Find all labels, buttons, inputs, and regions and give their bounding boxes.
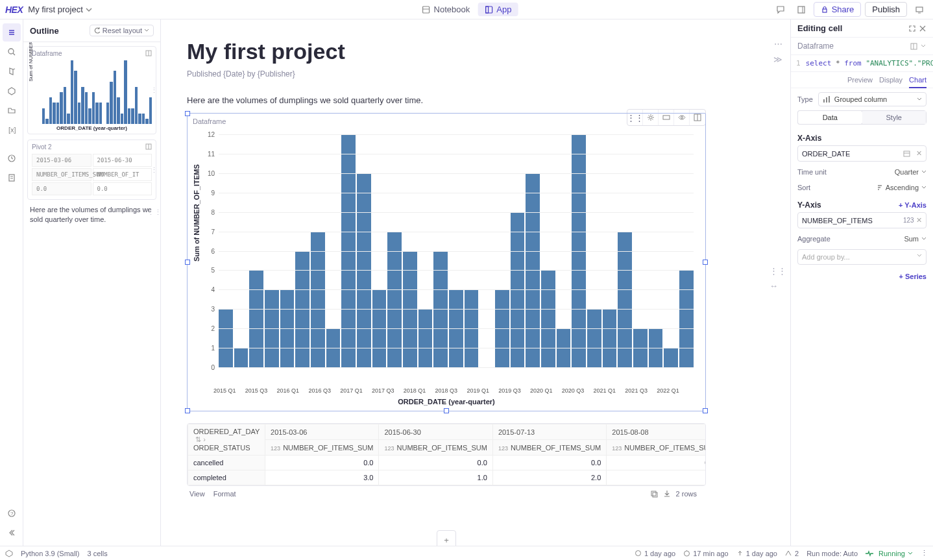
resize-handle[interactable]	[185, 260, 190, 265]
chart-cell[interactable]: Dataframe Sum of NUMBER_OF_ITEMS 0123456…	[187, 113, 706, 411]
chart-x-ticks: 2015 Q12015 Q32016 Q12016 Q32017 Q12017 …	[193, 387, 700, 394]
timeunit-select[interactable]: Quarter	[895, 168, 927, 176]
svg-rect-16	[9, 175, 14, 181]
resize-handle[interactable]	[703, 260, 708, 265]
close-button[interactable]	[919, 25, 927, 32]
copy-icon[interactable]	[650, 490, 658, 498]
drag-handle-icon[interactable]: ⋮⋮	[151, 165, 160, 174]
aggregate-select[interactable]: Sum	[904, 235, 927, 243]
pivot-footer: View Format 2 rows	[187, 486, 706, 498]
svg-rect-35	[826, 97, 827, 103]
y-tick: 6	[211, 247, 219, 254]
folder-icon	[7, 106, 16, 115]
chart-xlabel: ORDER_DATE (year-quarter)	[193, 398, 700, 406]
drag-handle-icon[interactable]: ⋮⋮	[151, 86, 160, 95]
seg-style[interactable]: Style	[862, 111, 927, 124]
link-icon[interactable]	[910, 43, 917, 50]
resize-handle[interactable]	[185, 111, 190, 116]
yaxis-section-label: Y-Axis	[797, 201, 821, 210]
xaxis-field[interactable]: ORDER_DATE ✕	[797, 145, 927, 162]
add-series-button[interactable]: + Series	[899, 273, 927, 280]
outline-card-chart[interactable]: Dataframe Sum of NUMBER_OF_ITEM ORDER_DA…	[27, 46, 156, 134]
pivot-format-button[interactable]: Format	[213, 490, 236, 498]
status-bar: Python 3.9 (Small) 3 cells 1 day ago 17 …	[0, 546, 933, 560]
tab-display[interactable]: Display	[879, 76, 903, 84]
tab-chart[interactable]: Chart	[909, 76, 927, 88]
tab-preview[interactable]: Preview	[847, 76, 873, 84]
download-icon[interactable]	[663, 490, 671, 498]
package-rail-button[interactable]	[3, 82, 21, 100]
outline-card-pivot[interactable]: Pivot 2 2015-03-062015-06-30 NUMBER_OF_I…	[27, 140, 156, 200]
refresh-icon	[94, 27, 101, 34]
project-name-text: My first project	[28, 5, 83, 14]
sort-label: Sort	[797, 184, 810, 191]
outline-mini-table: 2015-03-062015-06-30 NUMBER_OF_ITEMS_SUM…	[30, 152, 153, 197]
remove-field-button[interactable]: ✕	[916, 149, 922, 158]
publish-button[interactable]: Publish	[865, 2, 907, 17]
notebook-mode-button[interactable]: Notebook	[415, 3, 477, 16]
history-rail-button[interactable]	[3, 149, 21, 167]
svg-rect-37	[904, 151, 910, 156]
remove-field-button[interactable]: ✕	[916, 216, 922, 225]
help-rail-button[interactable]: ?	[3, 504, 21, 522]
pivot-table[interactable]: ORDERED_AT_DAY ⇅ ›ORDER_STATUS2015-03-06…	[187, 423, 706, 486]
seg-data[interactable]: Data	[798, 111, 862, 124]
chart-type-select[interactable]: Grouped column	[818, 92, 927, 106]
svg-rect-34	[823, 99, 825, 103]
files-rail-button[interactable]	[3, 101, 21, 119]
svg-point-40	[685, 551, 690, 556]
search-rail-button[interactable]	[3, 43, 21, 61]
sort-select[interactable]: Ascending	[877, 184, 927, 191]
data-style-segment[interactable]: Data Style	[797, 110, 927, 125]
yaxis-field[interactable]: NUMBER_OF_ITEMS 123 ✕	[797, 212, 927, 228]
kernel-running-status[interactable]: Running	[866, 550, 913, 557]
y-tick: 10	[208, 169, 219, 177]
comments-button[interactable]	[772, 1, 789, 18]
resize-handle[interactable]	[444, 408, 449, 413]
kernel-status[interactable]: Python 3.9 (Small)	[21, 550, 79, 557]
pivot-view-button[interactable]: View	[189, 490, 205, 498]
present-button[interactable]	[911, 1, 928, 18]
chevron-down-icon[interactable]	[920, 43, 927, 49]
layout-button[interactable]	[793, 1, 810, 18]
view-mode-switcher: Notebook App	[415, 3, 518, 16]
vars-rail-button[interactable]: [x]	[3, 121, 21, 139]
y-tick: 7	[211, 228, 219, 235]
outline-rail-button[interactable]	[3, 23, 21, 42]
app-mode-button[interactable]: App	[478, 3, 518, 16]
schedule-rail-button[interactable]	[3, 169, 21, 187]
run-mode[interactable]: Run mode: Auto	[806, 550, 858, 557]
reset-layout-button[interactable]: Reset layout	[90, 25, 154, 36]
drag-handle-icon[interactable]: ⋮⋮	[769, 266, 786, 276]
expand-button[interactable]	[908, 25, 916, 32]
resize-handle[interactable]	[185, 408, 190, 413]
close-icon	[919, 25, 927, 32]
data-rail-button[interactable]	[3, 62, 21, 80]
add-yaxis-button[interactable]: + Y-Axis	[899, 201, 927, 209]
resize-handle[interactable]	[703, 408, 708, 413]
outline-mini-chart: Sum of NUMBER_OF_ITEM	[30, 59, 153, 124]
canvas: ⋯ ≫ My first project Published {Date} by…	[161, 19, 790, 546]
project-name-dropdown[interactable]: My first project	[28, 5, 92, 14]
status-menu[interactable]: ⋮	[921, 549, 928, 557]
resize-horiz-icon[interactable]: ↔	[769, 281, 786, 291]
comment-icon	[776, 5, 785, 14]
canvas-menu-button[interactable]: ⋯	[774, 39, 782, 49]
status-run: 17 min ago	[683, 550, 728, 557]
editor-panel: Editing cell Dataframe 1select * from "A…	[790, 19, 933, 546]
mini-chart-xlabel: ORDER_DATE (year-quarter)	[30, 124, 153, 131]
left-rail: [x] ?	[0, 19, 23, 546]
outline-text-cell[interactable]: Here are the volumes of dumplings we sol…	[27, 205, 156, 225]
collapse-rail-button[interactable]	[3, 524, 21, 542]
cell-count: 3 cells	[87, 550, 107, 557]
sql-editor[interactable]: 1select * from "ANALYTICS"."PROD"."DI	[791, 55, 933, 72]
share-button[interactable]: Share	[814, 2, 862, 17]
clock-icon	[635, 550, 642, 557]
add-cell-button[interactable]: +	[437, 530, 456, 546]
collapse-canvas-button[interactable]: ≫	[773, 55, 782, 64]
add-groupby-button[interactable]: Add group by...	[797, 249, 927, 265]
drag-handle-icon[interactable]: ⋮⋮	[147, 208, 160, 216]
y-tick: 9	[211, 189, 219, 196]
status-branch: 2	[785, 550, 799, 557]
chart-ylabel: Sum of NUMBER_OF_ITEMS	[193, 164, 200, 262]
